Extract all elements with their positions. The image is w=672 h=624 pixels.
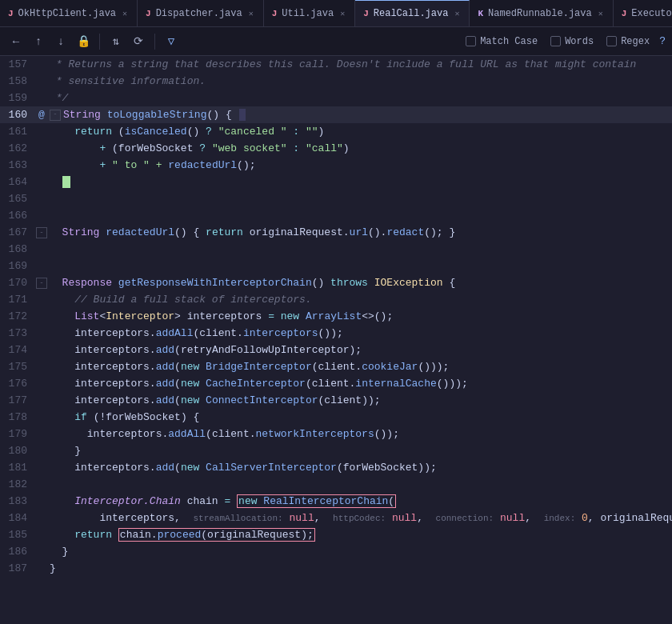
code-line-187: 187 } — [0, 560, 672, 577]
code-line-164: 164 — [0, 174, 672, 190]
code-line-159: 159 */ — [0, 90, 672, 106]
tab-util[interactable]: J Util.java ✕ — [264, 0, 355, 27]
words-option[interactable]: Words — [546, 34, 598, 49]
tab-label: Util.java — [282, 8, 334, 19]
code-line-180: 180 } — [0, 442, 672, 459]
code-line-178: 178 if (!forWebSocket) { — [0, 409, 672, 426]
code-line-179: 179 interceptors.addAll(client.networkIn… — [0, 426, 672, 442]
tab-label: Dispatcher.java — [156, 8, 242, 19]
navigate-back-button[interactable]: ← — [6, 32, 26, 51]
regex-checkbox[interactable] — [606, 36, 617, 46]
match-case-label: Match Case — [480, 36, 538, 47]
java-icon: J — [622, 9, 627, 18]
tab-label: Executor.java — [631, 8, 672, 19]
wrap-button[interactable]: ⟳ — [129, 32, 148, 51]
code-line-166: 166 — [0, 207, 672, 224]
tab-close[interactable]: ✕ — [453, 8, 461, 19]
java-icon: J — [272, 9, 278, 18]
tab-label: OkHttpClient.java — [18, 8, 116, 19]
code-line-186: 186 } — [0, 543, 672, 560]
code-editor[interactable]: 157 * Returns a string that describes th… — [0, 56, 672, 624]
tab-bar: J OkHttpClient.java ✕ J Dispatcher.java … — [0, 0, 672, 27]
code-line-175: 175 interceptors.add(new BridgeIntercept… — [0, 358, 672, 375]
words-label: Words — [565, 36, 594, 47]
tab-dispatcher[interactable]: J Dispatcher.java ✕ — [138, 0, 264, 27]
code-line-162: 162 + (forWebSocket ? "web socket" : "ca… — [0, 140, 672, 157]
java-icon: J — [8, 9, 14, 18]
code-line-161: 161 return (isCanceled() ? "canceled " :… — [0, 123, 672, 140]
tab-label: RealCall.java — [374, 8, 449, 19]
code-line-185: 185 return chain.proceed(originalRequest… — [0, 526, 672, 543]
code-line-173: 173 interceptors.addAll(client.intercept… — [0, 325, 672, 342]
code-line-158: 158 * sensitive information. — [0, 73, 672, 90]
code-line-163: 163 + " to " + redactedUrl(); — [0, 157, 672, 174]
code-line-183: 183 Interceptor.Chain chain = new RealIn… — [0, 493, 672, 510]
navigate-up-button[interactable]: ↑ — [29, 32, 48, 51]
code-line-157: 157 * Returns a string that describes th… — [0, 56, 672, 73]
regex-option[interactable]: Regex — [602, 34, 654, 49]
java-icon: J — [146, 9, 151, 18]
code-line-174: 174 interceptors.add(retryAndFollowUpInt… — [0, 342, 672, 358]
kt-icon: K — [478, 9, 483, 18]
code-line-169: 169 — [0, 258, 672, 274]
tab-label: NamedRunnable.java — [488, 8, 592, 19]
tab-realcall[interactable]: J RealCall.java ✕ — [355, 0, 470, 27]
code-line-171: 171 // Build a full stack of interceptor… — [0, 291, 672, 308]
tab-okhttpclient[interactable]: J OkHttpClient.java ✕ — [0, 0, 138, 27]
separator — [99, 34, 100, 50]
regex-label: Regex — [621, 36, 650, 47]
code-line-172: 172 List<Interceptor> interceptors = new… — [0, 308, 672, 325]
tab-close[interactable]: ✕ — [597, 8, 605, 19]
tab-executor[interactable]: J Executor.java ✕ — [614, 0, 672, 27]
java-icon: J — [363, 9, 369, 18]
code-line-176: 176 interceptors.add(new CacheIntercepto… — [0, 375, 672, 392]
toolbar: ← ↑ ↓ 🔒 ⇅ ⟳ ▽ Match Case Words Regex ? — [0, 27, 672, 56]
code-line-160: 160 @ -String toLoggableString() { — [0, 106, 672, 123]
tab-close[interactable]: ✕ — [247, 8, 255, 19]
code-line-170: 170 - Response getResponseWithIntercepto… — [0, 274, 672, 291]
code-line-184: 184 interceptors, streamAllocation: null… — [0, 510, 672, 526]
navigate-down-button[interactable]: ↓ — [51, 32, 70, 51]
code-line-182: 182 — [0, 476, 672, 493]
match-case-option[interactable]: Match Case — [461, 34, 542, 49]
tab-close[interactable]: ✕ — [338, 8, 346, 19]
help-icon[interactable]: ? — [659, 35, 666, 47]
tab-close[interactable]: ✕ — [121, 8, 129, 19]
code-line-165: 165 — [0, 190, 672, 207]
lock-button[interactable]: 🔒 — [74, 32, 93, 51]
code-line-168: 168 — [0, 241, 672, 258]
words-checkbox[interactable] — [550, 36, 561, 46]
tab-namedrunnable[interactable]: K NamedRunnable.java ✕ — [470, 0, 613, 27]
code-line-181: 181 interceptors.add(new CallServerInter… — [0, 459, 672, 476]
up-down-button[interactable]: ⇅ — [106, 32, 126, 51]
separator — [154, 34, 155, 50]
code-line-177: 177 interceptors.add(new ConnectIntercep… — [0, 392, 672, 409]
match-case-checkbox[interactable] — [466, 36, 476, 46]
code-line-167: 167 - String redactedUrl() { return orig… — [0, 224, 672, 241]
filter-button[interactable]: ▽ — [162, 32, 181, 51]
